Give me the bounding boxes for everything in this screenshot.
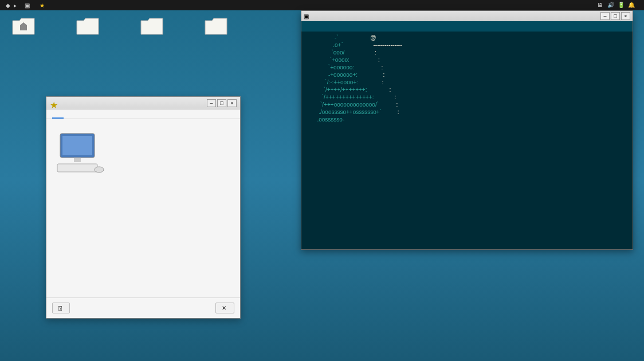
folder-icon	[204, 17, 228, 36]
folder-icon	[76, 17, 100, 36]
close-button[interactable]: ×	[621, 12, 630, 20]
svg-point-4	[95, 167, 104, 172]
terminal-icon: ▣	[304, 13, 309, 19]
desktop	[11, 17, 228, 39]
volume-icon[interactable]: 🔊	[607, 2, 614, 9]
tab-license[interactable]	[90, 113, 101, 119]
maximize-button[interactable]: □	[611, 12, 620, 20]
svg-rect-2	[74, 158, 81, 162]
desktop-icon-home[interactable]	[11, 17, 36, 39]
desktop-icon-folder2[interactable]	[140, 17, 164, 39]
terminal-menubar	[301, 21, 633, 32]
home-folder-icon	[11, 17, 36, 36]
maximize-button[interactable]: □	[217, 99, 226, 107]
folder-icon	[140, 17, 164, 36]
network-icon[interactable]: 🖥	[597, 2, 604, 9]
tab-credits[interactable]	[77, 113, 89, 119]
taskbar-item-terminal[interactable]: ▣	[21, 2, 35, 9]
close-button-footer[interactable]: ✕	[215, 303, 234, 313]
top-panel: ◆ ▸ ▣ ★ 🖥 🔊 🔋 🔔	[0, 0, 644, 10]
help-button[interactable]: ⍰	[52, 303, 70, 313]
about-titlebar[interactable]: ★ – □ ×	[46, 97, 240, 109]
about-window: ★ – □ × ⍰ ✕	[46, 96, 241, 319]
terminal-output[interactable]: -` @ .o+` --------------- `ooo/ : `+oooo…	[301, 32, 633, 249]
notification-icon[interactable]: 🔔	[628, 2, 635, 9]
close-button[interactable]: ×	[227, 99, 237, 107]
close-icon: ✕	[222, 305, 226, 311]
minimize-button[interactable]: –	[600, 12, 610, 20]
help-icon: ⍰	[58, 305, 62, 311]
system-info	[114, 131, 232, 176]
apps-menu[interactable]: ◆ ▸	[2, 2, 20, 9]
terminal-window: ▣ – □ × -` @ .o+` --------------- `ooo/	[301, 10, 633, 250]
star-icon: ★	[50, 100, 57, 107]
desktop-icon-folder3[interactable]	[204, 17, 228, 39]
computer-icon	[54, 131, 106, 176]
svg-rect-1	[62, 136, 92, 155]
taskbar-item-about[interactable]: ★	[36, 2, 50, 9]
tab-about[interactable]	[65, 113, 76, 119]
tab-system[interactable]	[52, 113, 64, 119]
battery-icon[interactable]: 🔋	[618, 2, 625, 9]
svg-rect-3	[57, 164, 97, 172]
about-tabs	[46, 109, 240, 119]
desktop-icon-folder1[interactable]	[76, 17, 100, 39]
terminal-titlebar[interactable]: ▣ – □ ×	[301, 11, 633, 21]
minimize-button[interactable]: –	[207, 99, 216, 107]
